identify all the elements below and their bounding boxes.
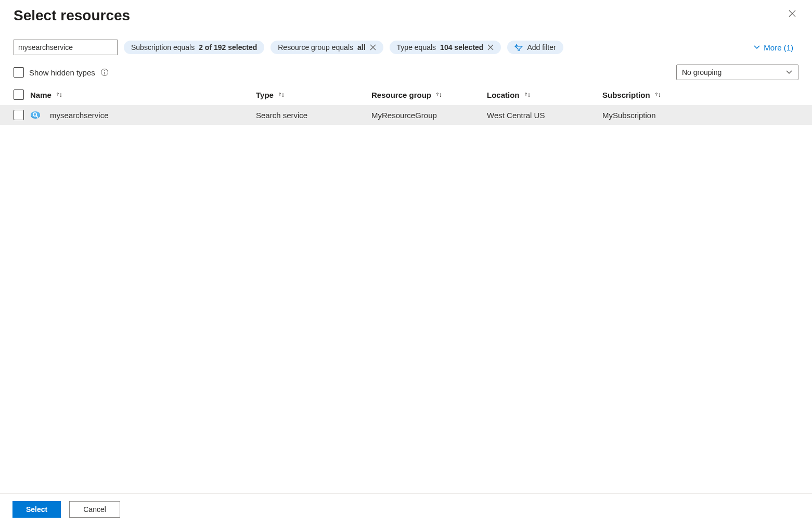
table-row[interactable]: mysearchservice Search service MyResourc… xyxy=(0,105,812,125)
grouping-dropdown[interactable]: No grouping xyxy=(676,65,798,80)
column-header-type[interactable]: Type xyxy=(256,91,371,99)
filter-pill-resource-group[interactable]: Resource group equals all xyxy=(270,41,383,54)
cell-subscription: MySubscription xyxy=(602,111,656,120)
grouping-value: No grouping xyxy=(682,68,721,76)
cancel-button[interactable]: Cancel xyxy=(69,501,120,518)
svg-point-1 xyxy=(104,70,105,71)
sort-icon xyxy=(56,91,63,98)
cell-location: West Central US xyxy=(487,111,545,120)
page-title: Select resources xyxy=(14,7,130,24)
cell-resource-group: MyResourceGroup xyxy=(371,111,437,120)
column-label: Subscription xyxy=(602,91,650,99)
close-button[interactable] xyxy=(786,7,798,20)
table-header: Name Type Resource group Location Subscr… xyxy=(0,86,812,105)
filter-pill-prefix: Subscription equals xyxy=(131,43,195,52)
column-label: Type xyxy=(256,91,274,99)
filter-pill-subscription[interactable]: Subscription equals 2 of 192 selected xyxy=(124,41,264,54)
sort-icon xyxy=(278,91,285,98)
filter-pill-type[interactable]: Type equals 104 selected xyxy=(390,41,501,54)
sort-icon xyxy=(435,91,443,98)
sort-icon xyxy=(654,91,662,98)
filters-row: Subscription equals 2 of 192 selected Re… xyxy=(0,24,812,55)
column-label: Location xyxy=(487,91,520,99)
filter-pill-prefix: Resource group equals xyxy=(278,43,353,52)
column-header-subscription[interactable]: Subscription xyxy=(602,91,798,99)
filter-pill-prefix: Type equals xyxy=(397,43,436,52)
sort-icon xyxy=(524,91,531,98)
dismiss-icon[interactable] xyxy=(487,44,494,50)
panel-footer: Select Cancel xyxy=(0,493,812,525)
column-label: Name xyxy=(30,91,51,99)
more-filters-link[interactable]: More (1) xyxy=(753,43,798,52)
column-label: Resource group xyxy=(371,91,431,99)
svg-point-4 xyxy=(31,111,40,118)
show-hidden-label: Show hidden types xyxy=(29,68,95,77)
more-filters-label: More (1) xyxy=(764,43,793,52)
column-header-location[interactable]: Location xyxy=(487,91,602,99)
add-filter-button[interactable]: Add filter xyxy=(507,41,563,54)
search-service-icon xyxy=(30,110,41,120)
column-header-resource-group[interactable]: Resource group xyxy=(371,91,487,99)
add-filter-label: Add filter xyxy=(527,43,556,52)
close-icon xyxy=(788,11,796,19)
panel-header: Select resources xyxy=(0,0,812,24)
cell-type: Search service xyxy=(256,111,307,120)
filter-pill-value: all xyxy=(357,43,366,52)
resource-table: Name Type Resource group Location Subscr… xyxy=(0,86,812,125)
svg-rect-2 xyxy=(104,72,105,74)
cell-name: mysearchservice xyxy=(50,111,109,120)
filter-pill-value: 2 of 192 selected xyxy=(199,43,257,52)
column-header-name[interactable]: Name xyxy=(30,91,256,99)
options-row: Show hidden types No grouping xyxy=(0,55,812,86)
dismiss-icon[interactable] xyxy=(370,44,376,50)
info-icon[interactable] xyxy=(100,68,109,76)
left-options: Show hidden types xyxy=(14,67,109,78)
chevron-down-icon xyxy=(785,68,793,77)
select-all-checkbox[interactable] xyxy=(14,89,24,100)
search-input[interactable] xyxy=(14,40,118,55)
row-checkbox[interactable] xyxy=(14,110,24,120)
select-button[interactable]: Select xyxy=(12,501,61,518)
show-hidden-checkbox[interactable] xyxy=(14,67,24,78)
filter-icon xyxy=(514,44,523,51)
chevron-down-icon xyxy=(753,43,761,52)
filter-pill-value: 104 selected xyxy=(440,43,483,52)
